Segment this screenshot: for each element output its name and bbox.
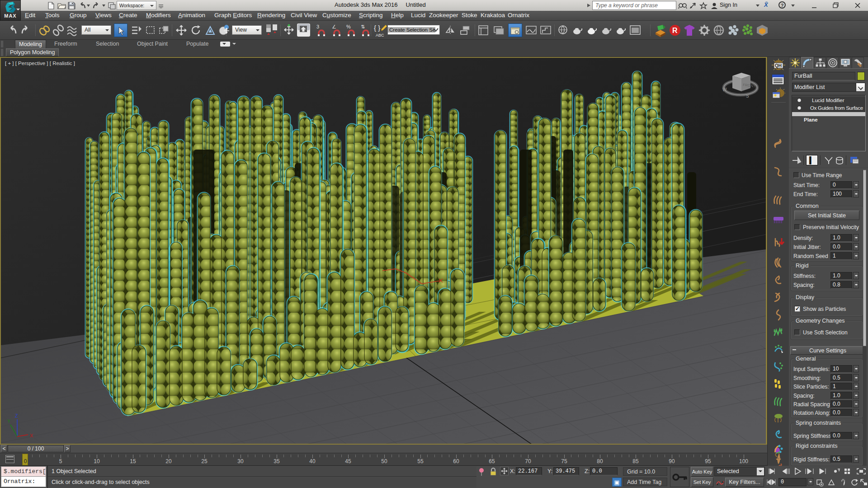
svg-text:3: 3 bbox=[316, 24, 319, 29]
svg-text:ABC: ABC bbox=[376, 33, 384, 38]
svg-text:{ }: { } bbox=[374, 24, 380, 32]
svg-text:Z: Z bbox=[15, 413, 18, 418]
svg-text:R: R bbox=[672, 27, 678, 34]
svg-text:[ + ] [ Perspective ] [ Realis: [ + ] [ Perspective ] [ Realistic ] bbox=[5, 61, 75, 66]
svg-text:QH: QH bbox=[775, 63, 782, 68]
svg-text:X: X bbox=[30, 433, 33, 438]
svg-text:∠: ∠ bbox=[332, 24, 336, 29]
svg-text:W: W bbox=[722, 87, 727, 92]
svg-text:⇅: ⇅ bbox=[361, 24, 365, 29]
svg-text:S: S bbox=[746, 94, 749, 99]
svg-text:%: % bbox=[346, 24, 351, 29]
svg-text:Y: Y bbox=[7, 418, 11, 424]
